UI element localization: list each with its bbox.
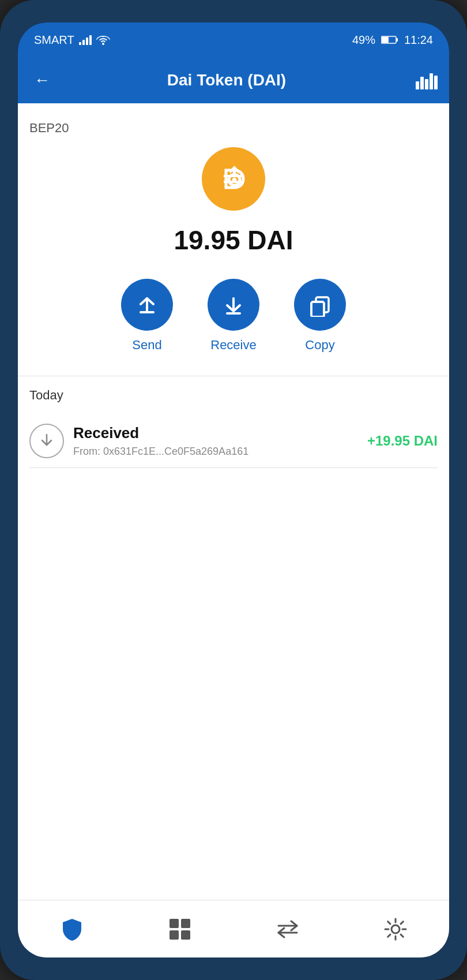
nav-apps[interactable] <box>156 911 204 948</box>
receive-button[interactable] <box>208 279 259 331</box>
swap-nav-icon <box>275 917 300 942</box>
tx-details: Received From: 0x631Fc1E...Ce0F5a269Aa16… <box>73 424 358 458</box>
svg-rect-4 <box>420 77 424 89</box>
back-button[interactable]: ← <box>29 66 55 94</box>
copy-icon <box>308 293 332 317</box>
dai-logo: ⛢ <box>213 159 254 199</box>
shield-nav-icon <box>59 917 85 942</box>
nav-settings[interactable] <box>371 911 420 948</box>
main-content: BEP20 ⛢ 19.95 DAI <box>18 103 449 900</box>
svg-rect-21 <box>181 919 190 928</box>
battery-percent: 49% <box>352 33 375 47</box>
time-display: 11:24 <box>404 33 433 47</box>
chart-icon[interactable] <box>416 71 438 89</box>
battery-icon <box>381 35 398 44</box>
transactions-section: Today Received From: 0x631Fc1E...Ce0F5a2… <box>18 376 449 900</box>
settings-nav-icon <box>383 917 408 942</box>
receive-action[interactable]: Receive <box>208 279 259 353</box>
svg-rect-3 <box>416 81 419 89</box>
section-date: Today <box>29 388 438 403</box>
send-label: Send <box>132 338 161 353</box>
svg-point-26 <box>391 925 400 933</box>
app-header: ← Dai Token (DAI) <box>18 57 449 103</box>
tx-divider <box>29 467 438 468</box>
tx-title: Received <box>73 424 358 442</box>
phone-frame: SMART 49% <box>0 0 467 980</box>
send-action[interactable]: Send <box>121 279 173 353</box>
transaction-item[interactable]: Received From: 0x631Fc1E...Ce0F5a269Aa16… <box>29 414 438 467</box>
signal-icon <box>79 35 92 45</box>
svg-rect-1 <box>396 38 398 42</box>
receive-label: Receive <box>210 338 256 353</box>
token-icon: ⛢ <box>202 147 265 211</box>
nav-shield[interactable] <box>48 911 96 948</box>
carrier-name: SMART <box>34 33 74 47</box>
send-button[interactable] <box>121 279 173 331</box>
tx-amount: +19.95 DAI <box>367 433 438 449</box>
token-balance: 19.95 DAI <box>174 225 293 256</box>
phone-screen: SMART 49% <box>18 23 449 957</box>
send-icon <box>135 293 159 317</box>
svg-rect-5 <box>425 79 428 89</box>
svg-rect-6 <box>430 73 433 89</box>
header-title: Dai Token (DAI) <box>61 71 393 89</box>
status-right: 49% 11:24 <box>352 33 433 47</box>
svg-rect-22 <box>170 930 179 940</box>
svg-rect-2 <box>382 37 389 43</box>
tx-from: From: 0x631Fc1E...Ce0F5a269Aa161 <box>73 446 358 458</box>
status-bar: SMART 49% <box>18 23 449 57</box>
receive-icon <box>221 293 246 317</box>
action-buttons: Send Receive <box>121 279 346 353</box>
token-type-label: BEP20 <box>29 121 69 136</box>
copy-button[interactable] <box>294 279 346 331</box>
svg-rect-20 <box>170 919 179 928</box>
svg-rect-7 <box>434 76 438 89</box>
svg-rect-23 <box>181 930 190 940</box>
token-card: BEP20 ⛢ 19.95 DAI <box>18 103 449 376</box>
wifi-icon <box>96 35 110 45</box>
bottom-nav <box>18 900 449 957</box>
svg-rect-17 <box>311 302 324 317</box>
status-left: SMART <box>34 33 110 47</box>
receive-arrow-icon <box>38 432 55 450</box>
copy-action[interactable]: Copy <box>294 279 346 353</box>
tx-receive-icon <box>29 424 64 458</box>
apps-nav-icon <box>167 917 193 942</box>
nav-swap[interactable] <box>263 911 312 948</box>
copy-label: Copy <box>305 338 334 353</box>
